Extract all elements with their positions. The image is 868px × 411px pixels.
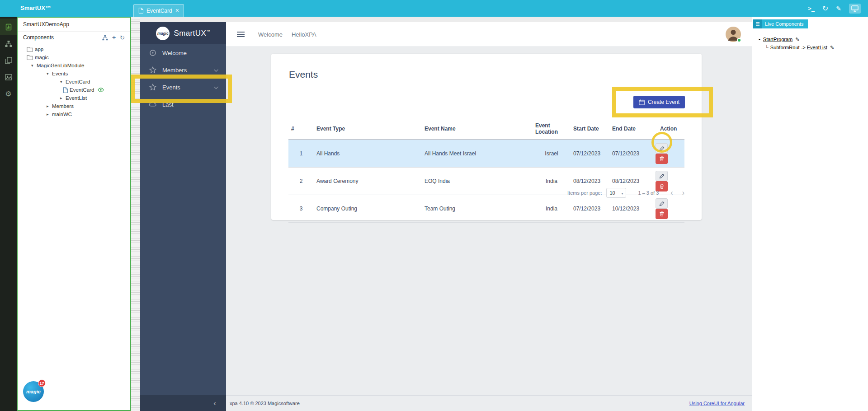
tree-item-magicgenlibmodule[interactable]: ▾ MagicGenLibModule (18, 61, 130, 70)
edit-event-button[interactable] (656, 198, 668, 209)
page-size-value: 10 (609, 190, 615, 196)
expand-arrow[interactable]: ▾ (47, 71, 52, 76)
app-footer: xpa 4.10 © 2023 Magicsoftware Using Core… (226, 395, 752, 411)
tree-item-eventlist[interactable]: ▸ EventList (18, 94, 130, 102)
delete-event-button[interactable] (656, 209, 668, 219)
refresh-icon[interactable] (822, 4, 828, 13)
close-icon[interactable] (175, 7, 179, 14)
eye-icon[interactable] (98, 88, 104, 92)
tree-item-label: EventCard (66, 79, 90, 84)
magic-brand-icon: magic (156, 27, 170, 40)
page-range: 1 – 3 of 3 (638, 190, 659, 196)
compose-icon[interactable] (836, 5, 841, 12)
hierarchy-icon[interactable] (102, 35, 108, 41)
live-component-child: SubformRout -> EventList (765, 44, 868, 51)
expand-arrow[interactable]: ▾ (31, 63, 37, 68)
cell-event-type: All Hands (314, 140, 422, 168)
expand-arrow[interactable]: ▾ (60, 79, 66, 84)
folder-icon (27, 47, 33, 52)
sidebar-minimizer[interactable] (140, 395, 226, 411)
sidebar-item-label: Welcome (162, 50, 187, 56)
hamburger-icon[interactable] (237, 32, 245, 37)
delete-event-button[interactable] (656, 154, 668, 164)
avatar[interactable] (726, 27, 741, 42)
cell-location: India (533, 195, 571, 223)
app-navbar: Welcome HelloXPA (226, 22, 752, 47)
components-tree: app magic ▾ MagicGenLibModule ▾ Events ▾… (18, 43, 130, 118)
tree-item-events[interactable]: ▾ Events (18, 70, 130, 78)
sidebar-item-label: Last (162, 101, 174, 108)
events-table: # Event Type Event Name Event Location S… (288, 118, 684, 223)
events-card: Events Create Event # Event Type Event N… (271, 54, 702, 220)
sidebar-item-last[interactable]: Last (140, 96, 226, 113)
tree-item-label: Members (52, 103, 74, 109)
expand-arrow[interactable]: ▸ (47, 104, 52, 108)
magic-logo-text: magic (26, 389, 41, 394)
refresh-icon[interactable] (120, 34, 125, 41)
cell-num: 3 (288, 195, 314, 223)
sidebar-item-members[interactable]: Members (140, 61, 226, 79)
tree-item-members[interactable]: ▸ Members (18, 102, 130, 110)
tree-item-label: EventCard (70, 87, 94, 93)
cell-event-name: EOQ India (422, 168, 533, 195)
tree-item-label: mainWC (52, 112, 72, 117)
terminal-icon[interactable] (808, 5, 814, 12)
edit-event-button[interactable] (656, 143, 668, 154)
create-event-label: Create Event (648, 99, 679, 105)
components-explorer-panel: SmartUXDemoApp Components app magic ▾ Ma… (17, 17, 131, 411)
next-page-button[interactable] (682, 189, 684, 196)
app-sidebar: magic SmartUX™ Welcome Members Events La… (140, 22, 226, 411)
expand-arrow[interactable]: ▸ (60, 96, 66, 100)
startprogram-link[interactable]: StartProgram (763, 37, 793, 42)
cell-start-date: 07/12/2023 (571, 195, 609, 223)
col-end-date: End Date (609, 118, 656, 140)
ide-topbar: SmartUX™ EventCard (0, 0, 868, 17)
tree-item-app[interactable]: app (18, 45, 130, 53)
status-dot (737, 38, 741, 42)
circle-icon (149, 49, 156, 56)
prev-page-button[interactable] (670, 189, 673, 196)
tree-item-label: app (35, 47, 43, 52)
tree-item-magic[interactable]: magic (18, 53, 130, 61)
tab-eventcard[interactable]: EventCard (133, 4, 184, 17)
report-icon[interactable] (0, 19, 17, 35)
edit-pencil-icon[interactable] (795, 37, 799, 42)
col-num: # (288, 118, 314, 140)
coreui-link[interactable]: Using CoreUI for Angular (689, 401, 745, 406)
create-event-button[interactable]: Create Event (633, 96, 685, 108)
monitor-icon[interactable] (849, 4, 861, 14)
app-brand-name: SmartUX™ (174, 29, 210, 38)
table-row[interactable]: 1 All Hands All Hands Meet Israel Israel… (288, 140, 684, 168)
col-event-location: Event Location (533, 118, 571, 140)
components-header: Components (18, 32, 130, 43)
sidebar-item-events[interactable]: Events (140, 79, 226, 96)
edit-event-button[interactable] (656, 171, 668, 181)
table-row[interactable]: 3 Company Outing Team Outing India 07/12… (288, 195, 684, 223)
add-icon[interactable] (112, 34, 116, 41)
sitemap-icon[interactable] (0, 35, 17, 52)
live-components-tab[interactable]: Live Components (753, 19, 808, 28)
page-size-select[interactable]: 10 (606, 188, 626, 198)
tree-item-eventcard-group[interactable]: ▾ EventCard (18, 78, 130, 86)
live-components-tree: StartProgram SubformRout -> EventList (759, 36, 868, 51)
magic-logo[interactable]: magic 17 (23, 381, 44, 402)
tree-item-label: magic (35, 55, 49, 60)
edit-pencil-icon[interactable] (830, 45, 834, 51)
image-icon[interactable] (0, 69, 17, 85)
eventlist-link[interactable]: EventList (807, 45, 827, 50)
tree-item-eventcard-doc[interactable]: EventCard (18, 86, 130, 94)
copy-icon[interactable] (0, 52, 17, 69)
nav-link-helloxpa[interactable]: HelloXPA (292, 31, 316, 38)
cell-end-date: 07/12/2023 (609, 140, 656, 168)
designer-canvas: magic SmartUX™ Welcome Members Events La… (131, 17, 752, 411)
gear-icon[interactable] (0, 85, 17, 102)
tab-label: EventCard (146, 8, 172, 14)
expand-arrow[interactable]: ▸ (47, 112, 52, 117)
nav-link-welcome[interactable]: Welcome (258, 31, 283, 38)
sidebar-item-welcome[interactable]: Welcome (140, 44, 226, 61)
col-start-date: Start Date (571, 118, 609, 140)
app-content: Events Create Event # Event Type Event N… (226, 47, 752, 395)
cloud-icon (149, 101, 156, 108)
tree-item-mainwc[interactable]: ▸ mainWC (18, 110, 130, 118)
cell-event-type: Company Outing (314, 195, 422, 223)
